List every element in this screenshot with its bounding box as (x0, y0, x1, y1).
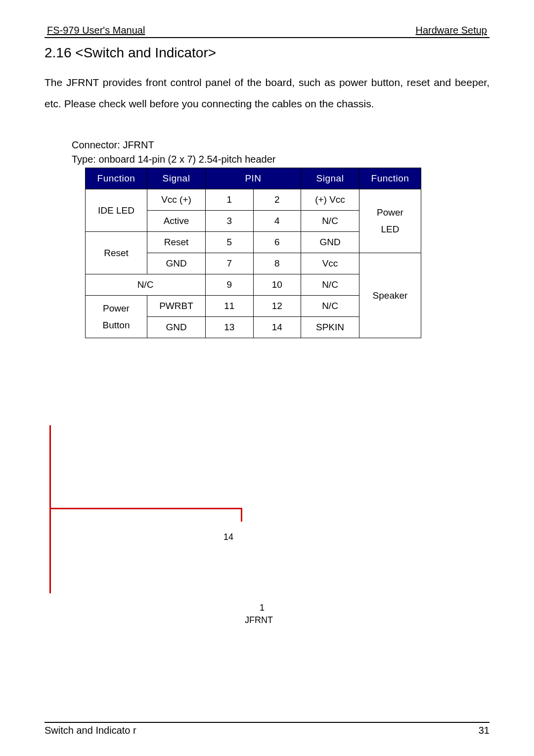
sig-r: N/C (301, 274, 359, 296)
pin: 11 (206, 296, 254, 317)
sig-l: GND (147, 253, 206, 274)
sig-l: GND (147, 317, 206, 338)
diagram-line (241, 508, 242, 522)
sig-l: PWRBT (147, 296, 206, 317)
sig-r: N/C (301, 296, 359, 317)
func-power-led: Power LED (359, 189, 421, 253)
pin: 10 (253, 274, 301, 296)
table-row: IDE LED Vcc (+) 1 2 (+) Vcc Power LED (86, 189, 421, 211)
section-intro: The JFRNT provides front control panel o… (44, 72, 490, 114)
func-ide-led: IDE LED (86, 189, 147, 232)
sig-l: Vcc (+) (147, 189, 206, 211)
header-right: Hardware Setup (415, 25, 490, 36)
sig-l: Reset (147, 232, 206, 253)
pin: 5 (206, 232, 254, 253)
pin: 12 (253, 296, 301, 317)
sig-l: Active (147, 211, 206, 232)
diagram-connector-label: JFRNT (245, 615, 273, 625)
connector-info: Connector: JFRNT Type: onboard 14-pin (2… (72, 138, 490, 167)
section-title: 2.16 <Switch and Indicator> (44, 45, 490, 61)
pin: 4 (253, 211, 301, 232)
pin: 3 (206, 211, 254, 232)
th-function-left: Function (86, 168, 147, 189)
connector-name: Connector: JFRNT (72, 138, 490, 152)
power-button-l1: Power (89, 303, 144, 314)
pinout-table: Function Signal PIN Signal Function IDE … (85, 168, 421, 338)
th-signal-right: Signal (301, 168, 359, 189)
sig-r: (+) Vcc (301, 189, 359, 211)
func-power-button: Power Button (86, 296, 147, 338)
diagram-line (49, 508, 242, 509)
sig-r: GND (301, 232, 359, 253)
pin: 7 (206, 253, 254, 274)
power-button-l2: Button (89, 320, 144, 331)
diagram-line (49, 425, 51, 593)
th-signal-left: Signal (147, 168, 206, 189)
sig-l-nc: N/C (86, 274, 206, 296)
power-led-l1: Power (362, 207, 418, 218)
footer-left: Switch and Indicato r (44, 725, 136, 736)
pin: 8 (253, 253, 301, 274)
sig-r: N/C (301, 211, 359, 232)
power-led-l2: LED (362, 224, 418, 235)
page-footer: Switch and Indicato r 31 (44, 722, 490, 736)
connector-type: Type: onboard 14-pin (2 x 7) 2.54-pitch … (72, 152, 490, 167)
th-pin: PIN (206, 168, 301, 189)
th-function-right: Function (359, 168, 421, 189)
sig-r: Vcc (301, 253, 359, 274)
pin: 9 (206, 274, 254, 296)
table-header-row: Function Signal PIN Signal Function (86, 168, 421, 189)
func-speaker: Speaker (359, 253, 421, 338)
header-left: FS-979 User's Manual (44, 25, 145, 36)
pin: 14 (253, 317, 301, 338)
footer-page-number: 31 (479, 725, 490, 736)
pin: 13 (206, 317, 254, 338)
pin: 6 (253, 232, 301, 253)
sig-r: SPKIN (301, 317, 359, 338)
pin: 2 (253, 189, 301, 211)
func-reset: Reset (86, 232, 147, 274)
diagram-pin-1: 1 (260, 603, 265, 613)
pin: 1 (206, 189, 254, 211)
diagram-pin-14: 14 (223, 532, 233, 542)
page-header: FS-979 User's Manual Hardware Setup (44, 25, 490, 38)
board-diagram: 14 1 JFRNT (49, 425, 247, 593)
